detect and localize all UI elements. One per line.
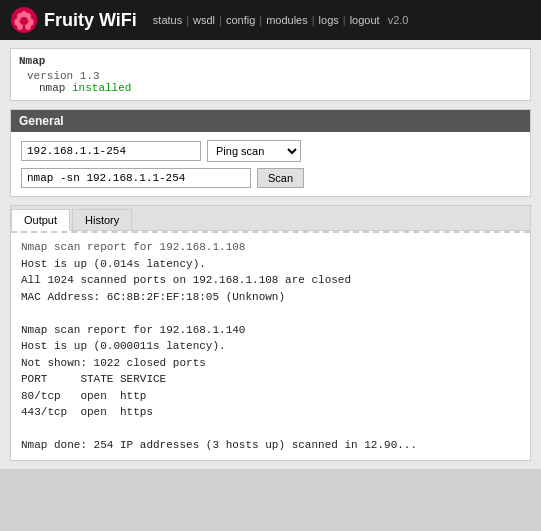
tab-output[interactable]: Output: [11, 209, 70, 231]
app-title: Fruity WiFi: [44, 10, 137, 31]
nmap-keyword: nmap: [39, 82, 65, 94]
nmap-installed-label: installed: [72, 82, 131, 94]
output-line: [21, 421, 520, 438]
output-line: MAC Address: 6C:8B:2F:EF:18:05 (Unknown): [21, 289, 520, 306]
output-panel: Output History Nmap scan report for 192.…: [10, 205, 531, 461]
command-row: Scan: [21, 168, 520, 188]
raspberry-icon: [10, 6, 38, 34]
nmap-version: version 1.3: [27, 70, 522, 82]
nmap-title: Nmap: [19, 55, 522, 67]
output-line: Host is up (0.000011s latency).: [21, 338, 520, 355]
scan-button[interactable]: Scan: [257, 168, 304, 188]
tab-history[interactable]: History: [72, 209, 132, 230]
version-label: v2.0: [388, 14, 409, 26]
header: Fruity WiFi status | wsdl | config | mod…: [0, 0, 541, 40]
ip-input[interactable]: [21, 141, 201, 161]
general-panel-body: Ping scan Full scan Quick scan OS detect…: [11, 132, 530, 196]
nmap-status-line: nmap installed: [39, 82, 522, 94]
output-content: Nmap scan report for 192.168.1.108Host i…: [11, 231, 530, 460]
general-panel-header: General: [11, 110, 530, 132]
output-line: Nmap scan report for 192.168.1.108: [21, 239, 520, 256]
output-line: Not shown: 1022 closed ports: [21, 355, 520, 372]
output-line: 443/tcp open https: [21, 404, 520, 421]
nmap-section: Nmap version 1.3 nmap installed: [10, 48, 531, 101]
nav-config[interactable]: config: [222, 14, 259, 26]
scan-type-select[interactable]: Ping scan Full scan Quick scan OS detect…: [207, 140, 301, 162]
tab-bar: Output History: [11, 206, 530, 231]
output-line: PORT STATE SERVICE: [21, 371, 520, 388]
svg-point-8: [20, 17, 28, 25]
main-content: Nmap version 1.3 nmap installed General …: [0, 40, 541, 469]
output-line: [21, 305, 520, 322]
nav-status[interactable]: status: [149, 14, 186, 26]
output-line: Host is up (0.014s latency).: [21, 256, 520, 273]
output-line: All 1024 scanned ports on 192.168.1.108 …: [21, 272, 520, 289]
ip-row: Ping scan Full scan Quick scan OS detect…: [21, 140, 520, 162]
logo-area: Fruity WiFi: [10, 6, 137, 34]
nav-modules[interactable]: modules: [262, 14, 312, 26]
general-panel: General Ping scan Full scan Quick scan O…: [10, 109, 531, 197]
nav-wsdl[interactable]: wsdl: [189, 14, 219, 26]
command-input[interactable]: [21, 168, 251, 188]
output-line: Nmap done: 254 IP addresses (3 hosts up)…: [21, 437, 520, 454]
nav-logout[interactable]: logout: [346, 14, 384, 26]
nav-logs[interactable]: logs: [315, 14, 343, 26]
output-line: Nmap scan report for 192.168.1.140: [21, 322, 520, 339]
nav-links: status | wsdl | config | modules | logs …: [149, 14, 409, 26]
output-line: 80/tcp open http: [21, 388, 520, 405]
